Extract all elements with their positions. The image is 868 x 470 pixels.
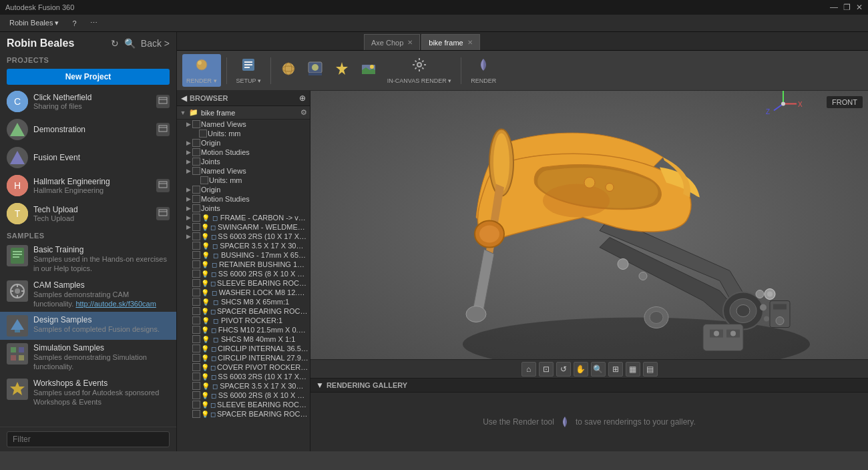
tree-checkbox[interactable] xyxy=(192,270,200,278)
tree-item-15[interactable]: 💡◻SPACER BEARING ROCKER - MID l... xyxy=(177,306,310,316)
tab-close-axe[interactable]: ✕ xyxy=(407,39,413,46)
back-label[interactable]: Back > xyxy=(141,38,170,49)
tree-checkbox[interactable] xyxy=(192,288,200,296)
rendering-collapse-icon[interactable]: ▼ xyxy=(316,381,324,390)
tree-checkbox[interactable] xyxy=(192,195,200,203)
tree-checkbox[interactable] xyxy=(192,316,200,324)
tab-close-bike[interactable]: ✕ xyxy=(467,39,473,46)
tree-item-21[interactable]: 💡◻COVER PIVOT ROCKER M27.9 X 1l... xyxy=(177,363,310,372)
tree-checkbox[interactable] xyxy=(192,344,200,352)
cam-link[interactable]: http://autode.sk/f360cam xyxy=(75,300,156,308)
tab-axe-chop[interactable]: Axe Chop ✕ xyxy=(364,34,420,50)
tree-expander[interactable]: ▶ xyxy=(185,233,192,240)
project-item-demonstration[interactable]: Demonstration xyxy=(0,115,176,144)
render-dropdown-btn[interactable]: RENDER ▾ xyxy=(182,54,221,87)
vc-settings-btn[interactable]: ▦ xyxy=(626,362,640,377)
sample-cam[interactable]: CAM Samples Samples demonstrating CAM fu… xyxy=(0,277,176,312)
minimize-btn[interactable]: — xyxy=(830,3,838,12)
tree-root-expander[interactable]: ▼ xyxy=(180,109,186,116)
tree-cb[interactable] xyxy=(192,120,200,128)
toolbar-environment-btn[interactable] xyxy=(357,58,381,83)
tree-checkbox[interactable] xyxy=(192,242,200,250)
tree-item-13[interactable]: 💡◻WASHER LOCK M8 12.7mm:1 xyxy=(177,288,310,297)
tree-checkbox[interactable] xyxy=(192,214,200,222)
tree-checkbox[interactable] xyxy=(192,260,200,268)
project-item-tech-upload[interactable]: T Tech Upload Tech Upload xyxy=(0,200,176,228)
toolbar-render-btn[interactable]: RENDER xyxy=(467,54,500,87)
tree-checkbox[interactable] xyxy=(192,232,200,240)
tree-cb[interactable] xyxy=(192,148,200,156)
tree-checkbox[interactable] xyxy=(200,176,208,184)
tree-item-23[interactable]: 💡◻SPACER 3.5 X 17 X 30mm:2 xyxy=(177,381,310,391)
tree-item-5[interactable]: ▶💡◻FRAME - CARBON -> v48:1 xyxy=(177,213,310,222)
vc-zoom-fit-btn[interactable]: ⊞ xyxy=(608,362,623,377)
tree-units[interactable]: Units: mm xyxy=(177,129,310,138)
project-item-fusion-event[interactable]: Fusion Event xyxy=(0,144,176,172)
tree-cb[interactable] xyxy=(192,158,200,166)
vc-display-btn[interactable]: ▤ xyxy=(643,362,658,377)
tree-checkbox[interactable] xyxy=(192,391,200,399)
tree-item-7[interactable]: ▶💡◻SS 6003 2RS (10 X 17 X 35mm):1 xyxy=(177,232,310,241)
tree-item-17[interactable]: 💡◻FHCS M10 21.5mm X 0.70mm:1 xyxy=(177,325,310,334)
toolbar-sphere-btn[interactable] xyxy=(276,58,300,83)
tree-checkbox[interactable] xyxy=(192,279,200,287)
viewport-3d[interactable]: FRONT xyxy=(310,91,868,359)
tree-checkbox[interactable] xyxy=(192,298,200,306)
vc-home-btn[interactable]: ⌂ xyxy=(521,362,536,377)
sample-basic-training[interactable]: Basic Training Samples used in the Hands… xyxy=(0,242,176,277)
tree-item-2[interactable]: ▶Origin xyxy=(177,185,310,194)
tree-item-0[interactable]: ▶Named Views xyxy=(177,166,310,176)
toolbar-setup-btn[interactable]: SETUP ▾ xyxy=(232,54,265,87)
tab-bike-frame[interactable]: bike frame ✕ xyxy=(421,34,479,50)
tree-checkbox[interactable] xyxy=(192,307,200,315)
tree-item-9[interactable]: 💡◻BUSHING - 17mm X 65L:1 xyxy=(177,250,310,260)
tree-cb[interactable] xyxy=(199,130,207,138)
tree-checkbox[interactable] xyxy=(192,326,200,334)
tree-item-20[interactable]: 💡◻CIRCLIP INTERNAL 27.9mm OD:1 xyxy=(177,353,310,363)
tree-origin[interactable]: ▶ Origin xyxy=(177,138,310,148)
tree-expander[interactable]: ▶ xyxy=(185,196,192,202)
tree-item-22[interactable]: 💡◻SS 6003 2RS (10 X 17 X 35mm):2 xyxy=(177,372,310,381)
tree-item-12[interactable]: 💡◻SLEEVE BEARING ROCKER - FWD:1 xyxy=(177,278,310,288)
new-project-button[interactable]: New Project xyxy=(7,69,170,85)
browser-add-icon[interactable]: ⊕ xyxy=(299,93,306,103)
tree-checkbox[interactable] xyxy=(192,410,200,418)
tree-checkbox[interactable] xyxy=(192,363,200,371)
tree-checkbox[interactable] xyxy=(192,251,200,259)
filter-input[interactable] xyxy=(7,431,170,447)
sample-design[interactable]: Design Samples Samples of completed Fusi… xyxy=(0,312,176,340)
tree-item-1[interactable]: Units: mm xyxy=(177,176,310,185)
tree-item-25[interactable]: 💡◻SLEEVE BEARING ROCKER - FWD:2 xyxy=(177,400,310,409)
project-item-hallmark[interactable]: H Hallmark Engineering Hallmark Engineer… xyxy=(0,172,176,200)
restore-btn[interactable]: ❐ xyxy=(843,3,851,12)
browser-collapse-icon[interactable]: ◀ xyxy=(181,93,187,103)
tree-checkbox[interactable] xyxy=(192,373,200,381)
tree-item-24[interactable]: 💡◻SS 6000 2RS (8 X 10 X 26mm):2 xyxy=(177,391,310,400)
tree-named-views[interactable]: ▶ Named Views xyxy=(177,120,310,129)
tree-item-18[interactable]: 💡◻SHCS M8 40mm X 1:1 xyxy=(177,334,310,344)
menu-help[interactable]: ? xyxy=(67,18,82,29)
tree-item-26[interactable]: 💡◻SPACER BEARING ROCKER - MID l... xyxy=(177,409,310,419)
tree-item-3[interactable]: ▶Motion Studies xyxy=(177,194,310,204)
tree-cb[interactable] xyxy=(192,139,200,147)
tree-expander[interactable]: ▶ xyxy=(185,214,192,221)
vc-pan-btn[interactable]: ✋ xyxy=(574,362,588,377)
tree-checkbox[interactable] xyxy=(192,401,200,409)
tree-expander[interactable]: ▶ xyxy=(185,224,192,230)
vc-orbit-btn[interactable]: ↺ xyxy=(556,362,571,377)
search-icon[interactable]: 🔍 xyxy=(124,38,136,49)
tree-checkbox[interactable] xyxy=(192,204,200,212)
tree-checkbox[interactable] xyxy=(192,223,200,231)
toolbar-settings-btn[interactable]: IN-CANVAS RENDER ▾ xyxy=(383,54,455,87)
refresh-icon[interactable]: ↻ xyxy=(111,38,119,49)
tree-checkbox[interactable] xyxy=(192,186,200,194)
menu-extra[interactable]: ⋯ xyxy=(85,17,103,29)
tree-joints[interactable]: ▶ Joints xyxy=(177,157,310,166)
close-btn[interactable]: ✕ xyxy=(856,3,863,12)
tree-checkbox[interactable] xyxy=(192,335,200,343)
sample-workshops[interactable]: Workshops & Events Samples used for Auto… xyxy=(0,375,176,411)
tree-item-11[interactable]: 💡◻SS 6000 2RS (8 X 10 X 26mm):1 xyxy=(177,269,310,278)
tree-settings-icon[interactable]: ⚙ xyxy=(300,108,307,117)
tree-item-16[interactable]: 💡◻PIVOT ROCKER:1 xyxy=(177,316,310,325)
tree-checkbox[interactable] xyxy=(192,167,200,175)
